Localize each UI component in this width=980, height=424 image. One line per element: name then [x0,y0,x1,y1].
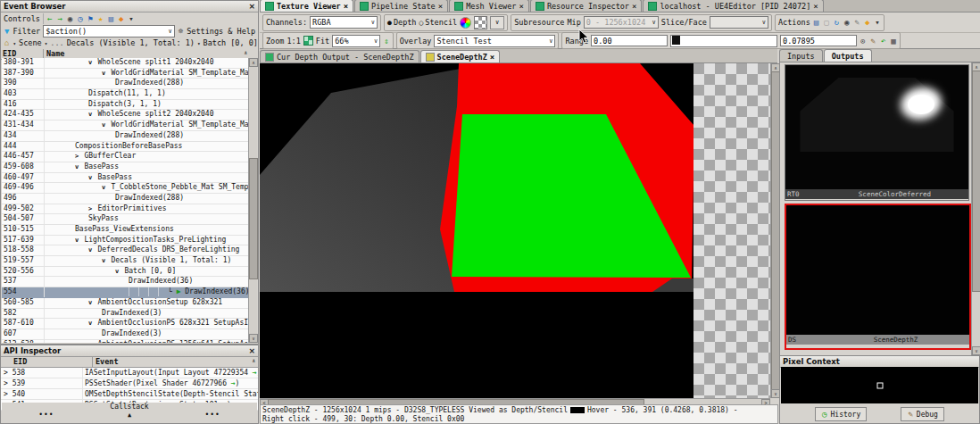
event-row[interactable]: 390DrawIndexed(288) [2,79,249,89]
slice-face-select[interactable]: ∨ [710,16,768,29]
breadcrumb-scene[interactable]: Scene [19,38,42,47]
collapsed-arrow-icon[interactable]: > [4,369,12,377]
expanded-arrow-icon[interactable]: v [88,320,96,327]
scrollbar-thumb[interactable] [972,71,980,292]
gamma-colorwheel-icon[interactable] [460,17,471,29]
collapsed-arrow-icon[interactable]: > [4,390,12,398]
zoom-range-icon[interactable]: ⊙ [860,37,866,46]
event-row[interactable]: 416Dispatch(3, 1, 1) [2,100,249,111]
event-row[interactable]: 517-639v LightCompositionTasks_PreLighti… [2,236,249,246]
close-tab-icon[interactable]: × [344,2,348,11]
event-row[interactable]: 444CompositionBeforeBasePass [2,142,249,153]
event-row[interactable]: 587-610v AmbientOcclusionPS 628x321 Setu… [2,319,249,329]
expanded-arrow-icon[interactable]: v [88,341,96,343]
expanded-arrow-icon[interactable]: v [102,184,109,191]
fit-icon[interactable] [303,36,313,46]
scroll-up-arrow[interactable]: ∧ [249,58,258,67]
expanded-arrow-icon[interactable]: v [115,268,122,275]
histogram-icon[interactable]: ▦ [890,37,896,46]
event-tree-scrollbar[interactable]: ∧ ∨ [248,58,257,343]
flame-icon[interactable]: ◆ [864,18,870,27]
overlay-select[interactable]: Stencil Test ∨ [434,35,555,47]
event-row[interactable]: 519-557v Decals (Visible 1, Total: 1) [2,256,249,267]
range-min-input[interactable] [591,35,668,46]
home-icon[interactable]: ⌂ [4,38,10,47]
scroll-up-icon[interactable]: ∧ [252,357,258,367]
flame-caret-icon[interactable]: ▾ [128,14,134,23]
expanded-arrow-icon[interactable]: v [88,246,96,254]
breadcrumb-ellipsis[interactable]: ... [50,38,63,47]
event-row[interactable]: 496DrawIndexed(288) [2,194,249,204]
channels-select[interactable]: RGBA ∨ [310,16,378,29]
event-row[interactable]: 537DrawIndexed(36) [2,277,249,287]
expanded-arrow-icon[interactable]: v [102,121,109,129]
window-tab-mesh-viewer[interactable]: Mesh Viewer× [449,0,529,12]
texture-tab-cur-depth-output-scenedepthz[interactable]: Cur Depth Output - SceneDepthZ [260,50,419,62]
history-button[interactable]: ◷ History [815,407,867,421]
recent-events-icon[interactable]: ◷ [77,14,83,23]
close-tab-icon[interactable]: × [490,53,494,62]
prev-event-icon[interactable]: ← [46,14,53,23]
event-browser-titlebar[interactable]: Event Browser × [1,1,258,12]
scene-caret-icon[interactable]: ▾ [45,40,48,46]
find-texture-icon[interactable]: ◉ [843,18,850,27]
settings-help-link[interactable]: Settings & Help [187,27,255,36]
zoom-select[interactable]: 66% ∨ [332,35,380,47]
close-tab-icon[interactable]: × [632,2,636,11]
window-tab-localhost-ue4editor-pid-24072-[interactable]: localhost - UE4Editor [PID 24072]× [643,0,823,12]
checkerboard-background-button[interactable] [474,16,487,29]
api-call-row[interactable]: > 540OMSetDepthStencilState(Depth-Stenci… [1,389,258,400]
expanded-arrow-icon[interactable]: v [88,299,96,306]
range-max-input[interactable] [780,35,857,46]
event-row[interactable]: 612-638v AmbientOcclusionPS 1256x641 Set… [2,340,249,343]
decals-caret-icon[interactable]: ▾ [197,40,201,46]
window-tab-resource-inspector[interactable]: Resource Inspector× [530,0,643,12]
texture-viewport[interactable] [260,63,770,398]
expanded-arrow-icon[interactable]: v [102,257,109,264]
event-row[interactable]: 582DrawIndexed(3) [2,309,249,320]
callstack-expand-icon[interactable]: ▲ [128,412,131,419]
window-tab-texture-viewer[interactable]: Texture Viewer× [260,0,353,12]
close-tab-icon[interactable]: × [813,2,818,11]
event-column-header[interactable]: Event [93,357,119,367]
range-slider-handle[interactable] [672,36,680,45]
expanded-arrow-icon[interactable]: v [88,59,96,66]
expanded-arrow-icon[interactable]: v [102,70,109,77]
event-row[interactable]: 459-608v BasePass [2,162,249,173]
flip-y-icon[interactable]: ⇕ [383,37,389,46]
window-tab-pipeline-state[interactable]: Pipeline State× [354,0,448,12]
gear-icon[interactable]: ☸ [178,27,184,36]
breadcrumb-decals[interactable]: Decals (Visible 1, Total: 1) [67,38,195,47]
expanded-arrow-icon[interactable]: v [75,163,82,170]
export-icon[interactable]: ▤ [107,14,113,23]
api-call-row[interactable]: > 538IASetInputLayout(Input Layout 47229… [1,368,258,378]
event-row[interactable]: 387-390v WorldGridMaterial SM_Template_M… [2,69,249,79]
viewport-horizontal-scrollbar[interactable]: < > [260,398,770,404]
event-tree[interactable]: 380-391v WholeScene split1 2040x2040387-… [2,58,249,343]
event-row[interactable]: 446-457> GBufferClear [2,152,249,162]
event-row[interactable]: 499-502> EditorPrimitives [2,204,249,215]
event-row[interactable]: 518-558v DeferredDecals DRS_BeforeLighti… [2,245,249,256]
background-color-dropdown[interactable]: ∨ [490,16,504,29]
fit-label[interactable]: Fit [316,37,329,46]
event-row[interactable]: 403Dispatch(11, 1, 1) [2,89,249,100]
expanded-arrow-icon[interactable]: v [88,111,96,118]
pixel-context-canvas[interactable] [781,367,978,403]
thumbnail-ds-selected[interactable]: DS SceneDepthZ [785,204,971,350]
api-inspector-titlebar[interactable]: API Inspector × [1,345,258,357]
thumbnail-rt0[interactable]: RT0 SceneColorDeferred [785,64,969,201]
save-texture-icon[interactable]: ▤ [813,18,819,27]
debug-button[interactable]: ✎ Debug [901,407,944,421]
resource-link-icon[interactable]: ✎ [854,18,860,27]
flame-icon[interactable]: ◆ [118,14,124,23]
breadcrumb-batch[interactable]: Batch [0, 0] [203,38,258,47]
close-icon[interactable]: × [248,347,255,355]
home-caret-icon[interactable]: ▾ [12,40,16,46]
collapsed-arrow-icon[interactable]: > [75,153,82,160]
reset-range-icon[interactable]: ↶ [880,37,886,46]
event-row[interactable]: 520-556v Batch [0, 0] [2,267,249,278]
texture-tab-scenedepthz[interactable]: SceneDepthZ× [420,50,501,62]
star-bookmark-icon[interactable]: ★ [97,14,104,23]
dots-left[interactable]: ••• [38,411,54,419]
collapsed-arrow-icon[interactable]: > [88,205,96,212]
